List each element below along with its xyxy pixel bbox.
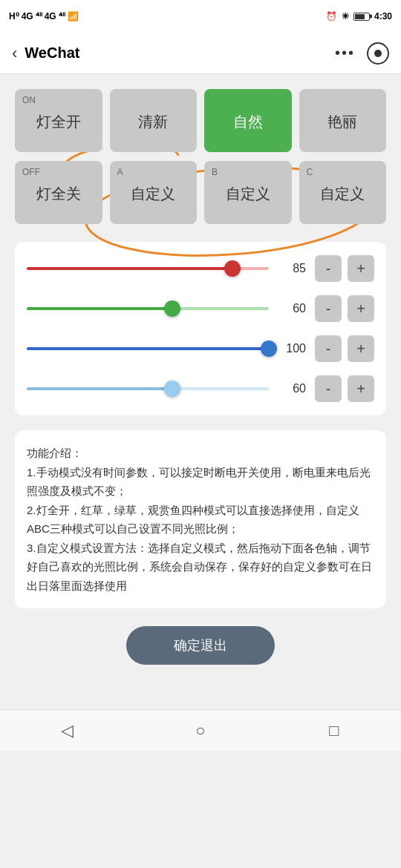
mode-label-vivid: 艳丽 bbox=[327, 112, 357, 132]
status-carrier: H⁰ 4G ⁴ˡˡ 4G ⁴ˡˡ 📶 bbox=[9, 11, 79, 22]
nav-home-button[interactable]: ○ bbox=[178, 716, 223, 746]
camera-button[interactable] bbox=[367, 42, 389, 65]
slider-blue-value: 100 bbox=[278, 342, 306, 355]
mode-label-custom-a: 自定义 bbox=[131, 184, 175, 204]
bluetooth-icon: ✳ bbox=[342, 11, 349, 22]
nav-bar: ‹ WeChat ••• bbox=[0, 33, 401, 74]
mode-sublabel-on: ON bbox=[22, 95, 36, 105]
mode-sublabel-a: A bbox=[117, 167, 123, 177]
mode-sublabel-b: B bbox=[212, 167, 218, 177]
mode-btn-vivid[interactable]: 艳丽 bbox=[299, 89, 387, 152]
mode-btn-custom-c[interactable]: C 自定义 bbox=[299, 161, 387, 224]
slider-blue-plus[interactable]: + bbox=[348, 335, 374, 362]
slider-lightblue-minus[interactable]: - bbox=[315, 375, 342, 402]
status-bar: H⁰ 4G ⁴ˡˡ 4G ⁴ˡˡ 📶 ⏰ ✳ 4:30 bbox=[0, 0, 401, 33]
mode-label-all-off: 灯全关 bbox=[36, 184, 81, 204]
slider-row-blue: 100 - + bbox=[27, 335, 374, 362]
confirm-button[interactable]: 确定退出 bbox=[126, 626, 275, 665]
mode-btn-all-off[interactable]: OFF 灯全关 bbox=[15, 161, 102, 224]
camera-icon bbox=[374, 50, 382, 57]
mode-sublabel-off: OFF bbox=[22, 167, 40, 177]
slider-row-lightblue: 60 - + bbox=[27, 375, 374, 402]
slider-row-green: 60 - + bbox=[27, 295, 374, 322]
mode-label-custom-b: 自定义 bbox=[226, 184, 270, 204]
nav-recent-icon: □ bbox=[329, 721, 339, 740]
slider-blue-controls: - + bbox=[315, 335, 374, 362]
nav-recent-button[interactable]: □ bbox=[312, 716, 356, 746]
slider-green-minus[interactable]: - bbox=[315, 295, 342, 322]
status-right: ⏰ ✳ 4:30 bbox=[326, 11, 392, 22]
nav-back-button[interactable]: ◁ bbox=[45, 716, 89, 746]
mode-btn-natural[interactable]: 自然 bbox=[204, 89, 292, 152]
mode-buttons-row1: ON 灯全开 清新 自然 艳丽 bbox=[15, 89, 386, 152]
mode-buttons-row2: OFF 灯全关 A 自定义 B 自定义 C 自定义 bbox=[15, 161, 386, 224]
mode-btn-custom-a[interactable]: A 自定义 bbox=[110, 161, 198, 224]
mode-label-custom-c: 自定义 bbox=[320, 184, 365, 204]
nav-home-icon: ○ bbox=[195, 721, 205, 740]
slider-green-value: 60 bbox=[278, 302, 306, 315]
main-content: ON 灯全开 清新 自然 艳丽 OFF 灯全关 A 自定义 B 自定义 C 自定… bbox=[0, 74, 401, 709]
info-text: 功能介绍：1.手动模式没有时间参数，可以接定时断电开关使用，断电重来电后光照强度… bbox=[27, 447, 372, 592]
mode-label-fresh: 清新 bbox=[138, 112, 168, 132]
mode-label-natural: 自然 bbox=[233, 112, 263, 132]
slider-red[interactable] bbox=[27, 261, 269, 276]
time-display: 4:30 bbox=[374, 11, 392, 22]
slider-green-plus[interactable]: + bbox=[348, 295, 374, 322]
slider-lightblue-plus[interactable]: + bbox=[348, 375, 374, 402]
slider-blue[interactable] bbox=[27, 341, 269, 356]
alarm-icon: ⏰ bbox=[326, 11, 337, 22]
slider-lightblue[interactable] bbox=[27, 381, 269, 396]
mode-label-all-on: 灯全开 bbox=[36, 112, 81, 132]
slider-blue-minus[interactable]: - bbox=[315, 335, 342, 362]
battery-icon bbox=[353, 13, 370, 21]
slider-red-plus[interactable]: + bbox=[348, 255, 374, 282]
slider-red-value: 85 bbox=[278, 262, 306, 275]
nav-title: WeChat bbox=[25, 45, 335, 62]
bottom-nav: ◁ ○ □ bbox=[0, 709, 401, 751]
info-box: 功能介绍：1.手动模式没有时间参数，可以接定时断电开关使用，断电重来电后光照强度… bbox=[15, 430, 386, 608]
slider-green[interactable] bbox=[27, 301, 269, 316]
slider-red-minus[interactable]: - bbox=[315, 255, 342, 282]
slider-row-red: 85 - + bbox=[27, 255, 374, 282]
slider-lightblue-controls: - + bbox=[315, 375, 374, 402]
mode-btn-all-on[interactable]: ON 灯全开 bbox=[15, 89, 102, 152]
more-button[interactable]: ••• bbox=[335, 45, 355, 62]
mode-btn-fresh[interactable]: 清新 bbox=[110, 89, 198, 152]
nav-back-icon: ◁ bbox=[61, 721, 74, 740]
sliders-section: 85 - + 60 - + bbox=[15, 242, 386, 415]
slider-red-controls: - + bbox=[315, 255, 374, 282]
back-button[interactable]: ‹ bbox=[12, 44, 17, 63]
mode-btn-custom-b[interactable]: B 自定义 bbox=[204, 161, 292, 224]
slider-lightblue-value: 60 bbox=[278, 382, 306, 395]
slider-green-controls: - + bbox=[315, 295, 374, 322]
mode-sublabel-c: C bbox=[307, 167, 313, 177]
